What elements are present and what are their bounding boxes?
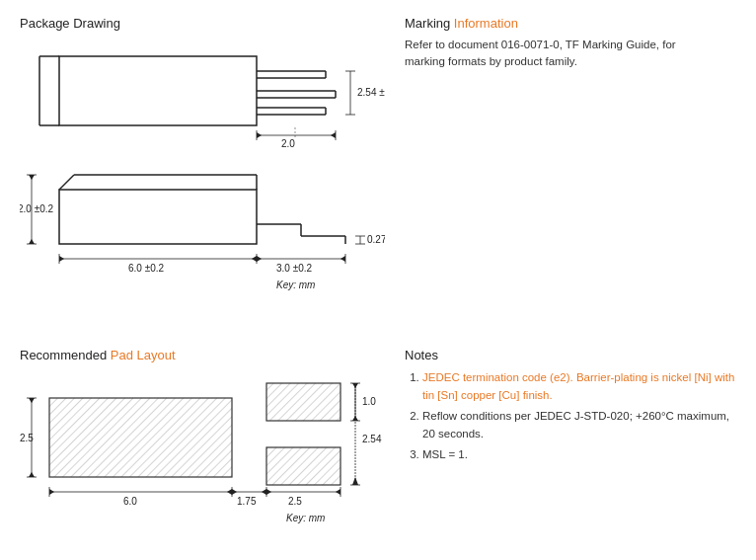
notes-item-3: MSL = 1. <box>422 445 736 463</box>
svg-marker-72 <box>232 489 237 495</box>
page-layout: Package Drawing <box>10 10 746 545</box>
pad-layout-title: Recommended Pad Layout <box>20 348 385 362</box>
svg-marker-77 <box>266 489 271 495</box>
pad-layout-svg: 2.5 6.0 1.75 2.5 <box>20 368 385 536</box>
svg-text:2.54: 2.54 <box>362 434 382 444</box>
notes-item-1: JEDEC termination code (e2). Barrier-pla… <box>422 368 736 405</box>
svg-marker-61 <box>29 398 35 403</box>
svg-rect-55 <box>49 398 232 477</box>
svg-text:6.0: 6.0 <box>123 496 137 507</box>
marking-info-section: Marking Information Refer to document 01… <box>395 10 746 332</box>
svg-marker-21 <box>331 132 336 138</box>
marking-info-title: Marking Information <box>405 16 736 31</box>
svg-rect-24 <box>59 190 257 244</box>
package-drawing-svg: 2.54 ±0.2 2.0 <box>20 37 385 323</box>
svg-marker-78 <box>336 489 340 495</box>
svg-marker-51 <box>340 256 345 262</box>
svg-text:0.275: 0.275 <box>367 234 385 245</box>
svg-marker-73 <box>262 489 266 495</box>
svg-text:Key:  mm: Key: mm <box>286 513 325 523</box>
svg-text:1.0: 1.0 <box>362 396 376 407</box>
svg-text:2.5: 2.5 <box>20 433 34 443</box>
svg-rect-0 <box>59 56 257 125</box>
marking-info-body: Refer to document 016-0071-0, TF Marking… <box>405 37 681 71</box>
svg-text:2.0 ±0.2: 2.0 ±0.2 <box>20 203 54 214</box>
svg-rect-56 <box>266 383 340 421</box>
svg-text:1.75: 1.75 <box>237 496 257 507</box>
svg-marker-50 <box>257 256 262 262</box>
svg-marker-20 <box>257 132 262 138</box>
package-drawing-container: 2.54 ±0.2 2.0 <box>20 37 385 326</box>
svg-text:6.0 ±0.2: 6.0 ±0.2 <box>128 263 165 274</box>
svg-marker-88 <box>352 477 358 485</box>
pad-layout-section: Recommended Pad Layout <box>10 342 395 545</box>
svg-marker-35 <box>29 175 35 180</box>
svg-text:2.0: 2.0 <box>281 138 295 149</box>
svg-marker-68 <box>227 489 232 495</box>
svg-text:2.54 ±0.2: 2.54 ±0.2 <box>357 87 385 98</box>
svg-text:Key:  mm: Key: mm <box>276 280 315 290</box>
package-drawing-section: Package Drawing <box>10 10 395 332</box>
svg-text:2.5: 2.5 <box>288 496 302 507</box>
svg-line-25 <box>59 175 74 190</box>
svg-marker-67 <box>49 489 54 495</box>
svg-marker-45 <box>59 256 64 262</box>
notes-item-2: Reflow conditions per JEDEC J-STD-020; +… <box>422 407 736 443</box>
svg-rect-57 <box>266 447 340 485</box>
svg-marker-62 <box>29 472 35 477</box>
notes-title: Notes <box>405 348 736 362</box>
package-drawing-title: Package Drawing <box>20 16 385 31</box>
notes-section: Notes JEDEC termination code (e2). Barri… <box>395 342 746 545</box>
notes-list: JEDEC termination code (e2). Barrier-pla… <box>405 368 736 463</box>
svg-text:3.0 ±0.2: 3.0 ±0.2 <box>276 263 313 274</box>
pad-layout-container: 2.5 6.0 1.75 2.5 <box>20 368 385 539</box>
svg-marker-46 <box>252 256 257 262</box>
svg-marker-36 <box>29 239 35 244</box>
